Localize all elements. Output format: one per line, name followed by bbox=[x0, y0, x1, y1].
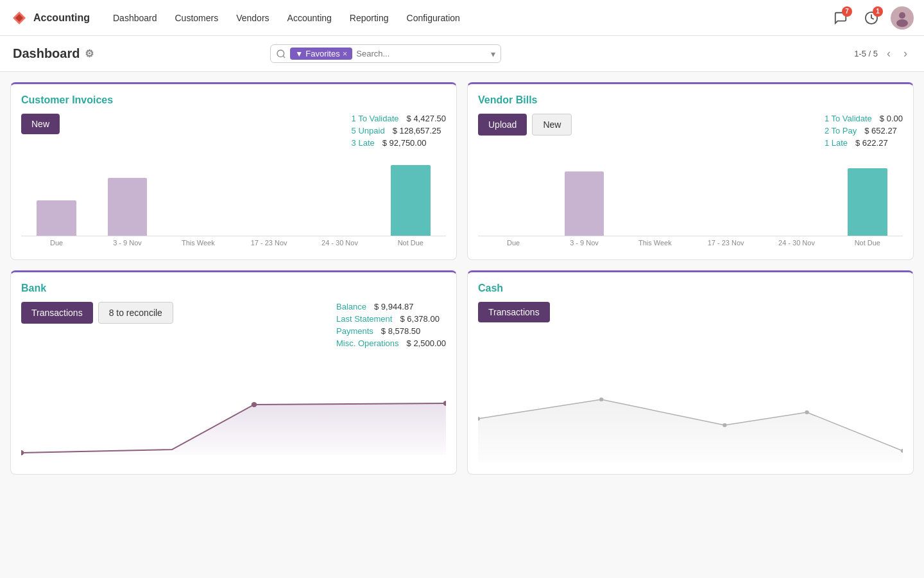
vendor-bills-upload-button[interactable]: Upload bbox=[478, 114, 527, 136]
search-dropdown-arrow[interactable]: ▾ bbox=[491, 49, 495, 59]
nav-accounting[interactable]: Accounting bbox=[280, 9, 339, 27]
page-title-text: Dashboard bbox=[13, 46, 80, 61]
bar-label-3-9: 3 - 9 Nov bbox=[92, 239, 162, 247]
bank-line-chart-svg bbox=[21, 353, 446, 456]
bank-misc-label[interactable]: Misc. Operations bbox=[336, 338, 399, 348]
vb-stat-row-validate: 1 To Validate $ 0.00 bbox=[825, 114, 903, 123]
nav-dashboard[interactable]: Dashboard bbox=[105, 9, 165, 27]
bar-label-17-23: 17 - 23 Nov bbox=[234, 239, 304, 247]
customer-invoices-stats: 1 To Validate $ 4,427.50 5 Unpaid $ 128,… bbox=[352, 114, 446, 148]
search-input[interactable] bbox=[356, 49, 433, 58]
app-name: Accounting bbox=[33, 12, 90, 24]
timer-button[interactable]: 1 bbox=[860, 6, 883, 30]
nav-customers[interactable]: Customers bbox=[167, 9, 227, 27]
bar-label-24-30: 24 - 30 Nov bbox=[304, 239, 375, 247]
svg-point-2 bbox=[896, 19, 908, 27]
stat-late-value: $ 92,750.00 bbox=[382, 138, 427, 148]
bank-stat-misc: Misc. Operations $ 2,500.00 bbox=[336, 338, 446, 348]
bar-labels-vendor: Due 3 - 9 Nov This Week 17 - 23 Nov 24 -… bbox=[478, 239, 903, 247]
messages-button[interactable]: 7 bbox=[829, 6, 852, 30]
bank-payments-value: $ 8,578.50 bbox=[381, 326, 420, 336]
bank-last-statement-label[interactable]: Last Statement bbox=[336, 314, 392, 324]
vb-bar-label-17-23: 17 - 23 Nov bbox=[690, 239, 761, 247]
bar-not-due bbox=[375, 165, 446, 236]
bar-3-9-nov bbox=[92, 178, 162, 236]
bank-card-title: Bank bbox=[21, 283, 446, 294]
vb-stat-validate-label[interactable]: 1 To Validate bbox=[825, 114, 872, 123]
vb-bar-label-3-9: 3 - 9 Nov bbox=[549, 239, 619, 247]
settings-gear-icon[interactable]: ⚙ bbox=[85, 48, 94, 60]
stat-row-unpaid: 5 Unpaid $ 128,657.25 bbox=[352, 126, 446, 136]
avatar-icon bbox=[893, 9, 911, 27]
nav-menu: Dashboard Customers Vendors Accounting R… bbox=[105, 9, 829, 27]
vendor-bills-chart: Due 3 - 9 Nov This Week 17 - 23 Nov 24 -… bbox=[478, 153, 903, 249]
bank-card-header: Transactions 8 to reconcile Balance $ 9,… bbox=[21, 302, 446, 348]
bar-label-this-week: This Week bbox=[163, 239, 234, 247]
vb-bar-not-due bbox=[832, 168, 903, 236]
bank-reconcile-button[interactable]: 8 to reconcile bbox=[98, 302, 173, 324]
vb-stat-row-late: 1 Late $ 622.27 bbox=[825, 138, 903, 148]
vb-stat-row-topay: 2 To Pay $ 652.27 bbox=[825, 126, 903, 136]
vb-bar-label-due: Due bbox=[478, 239, 549, 247]
filter-icon: ▼ bbox=[295, 49, 303, 58]
top-navigation: Accounting Dashboard Customers Vendors A… bbox=[0, 0, 924, 36]
bank-balance-value: $ 9,944.87 bbox=[374, 302, 413, 311]
messages-badge: 7 bbox=[842, 6, 852, 17]
stat-row-validate: 1 To Validate $ 4,427.50 bbox=[352, 114, 446, 123]
nav-reporting[interactable]: Reporting bbox=[342, 9, 397, 27]
bank-transactions-button[interactable]: Transactions bbox=[21, 302, 93, 324]
vb-stat-late-label[interactable]: 1 Late bbox=[825, 138, 848, 148]
stat-row-late: 3 Late $ 92,750.00 bbox=[352, 138, 446, 148]
bar-chart-invoices bbox=[21, 153, 446, 236]
nav-configuration[interactable]: Configuration bbox=[399, 9, 468, 27]
customer-invoices-card: Customer Invoices New 1 To Validate $ 4,… bbox=[10, 82, 457, 260]
subheader: Dashboard ⚙ ▼ Favorites × ▾ 1-5 / 5 ‹ › bbox=[0, 36, 924, 72]
vendor-bills-stats: 1 To Validate $ 0.00 2 To Pay $ 652.27 1… bbox=[825, 114, 903, 148]
bar-labels-invoices: Due 3 - 9 Nov This Week 17 - 23 Nov 24 -… bbox=[21, 239, 446, 247]
vendor-bills-card: Vendor Bills Upload New 1 To Validate $ … bbox=[467, 82, 914, 260]
cash-line-chart-svg bbox=[478, 361, 903, 464]
cash-transactions-button[interactable]: Transactions bbox=[478, 302, 550, 322]
bank-stats: Balance $ 9,944.87 Last Statement $ 6,37… bbox=[336, 302, 446, 348]
prev-page-button[interactable]: ‹ bbox=[883, 46, 894, 62]
vb-bar-label-not-due: Not Due bbox=[832, 239, 903, 247]
page-title: Dashboard ⚙ bbox=[13, 46, 94, 61]
cash-card-header: Transactions bbox=[478, 302, 903, 322]
vendor-bills-new-button[interactable]: New bbox=[532, 114, 572, 136]
customer-invoices-new-button[interactable]: New bbox=[21, 114, 60, 134]
svg-point-3 bbox=[277, 50, 284, 57]
logo-icon bbox=[10, 9, 28, 27]
pagination-text: 1-5 / 5 bbox=[854, 49, 878, 58]
bar-due bbox=[21, 200, 92, 236]
bank-card: Bank Transactions 8 to reconcile Balance… bbox=[10, 270, 457, 475]
bar-label-not-due: Not Due bbox=[375, 239, 446, 247]
vb-bar-label-this-week: This Week bbox=[620, 239, 690, 247]
bank-payments-label[interactable]: Payments bbox=[336, 326, 373, 336]
stat-late-label[interactable]: 3 Late bbox=[352, 138, 375, 148]
customer-invoices-title: Customer Invoices bbox=[21, 94, 446, 106]
stat-validate-label[interactable]: 1 To Validate bbox=[352, 114, 399, 123]
vb-stat-topay-value: $ 652.27 bbox=[864, 126, 897, 136]
bank-balance-label[interactable]: Balance bbox=[336, 302, 366, 311]
bar-label-due: Due bbox=[21, 239, 92, 247]
bank-stat-payments: Payments $ 8,578.50 bbox=[336, 326, 446, 336]
customer-invoices-chart: Due 3 - 9 Nov This Week 17 - 23 Nov 24 -… bbox=[21, 153, 446, 249]
vb-bar-label-24-30: 24 - 30 Nov bbox=[761, 239, 832, 247]
stat-unpaid-value: $ 128,657.25 bbox=[393, 126, 441, 136]
filter-remove-button[interactable]: × bbox=[343, 49, 348, 58]
vendor-bills-actions: Upload New bbox=[478, 114, 572, 136]
bank-card-actions: Transactions 8 to reconcile bbox=[21, 302, 173, 324]
vendor-bills-header: Upload New 1 To Validate $ 0.00 2 To Pay… bbox=[478, 114, 903, 148]
next-page-button[interactable]: › bbox=[900, 46, 911, 62]
favorites-filter-tag[interactable]: ▼ Favorites × bbox=[290, 48, 352, 60]
nav-vendors[interactable]: Vendors bbox=[228, 9, 277, 27]
vb-stat-late-value: $ 622.27 bbox=[855, 138, 888, 148]
stat-unpaid-label[interactable]: 5 Unpaid bbox=[352, 126, 385, 136]
app-logo[interactable]: Accounting bbox=[10, 9, 90, 27]
vendor-bills-title: Vendor Bills bbox=[478, 94, 903, 106]
user-avatar[interactable] bbox=[891, 6, 914, 30]
search-bar: ▼ Favorites × ▾ bbox=[270, 44, 501, 63]
cash-line-chart bbox=[478, 361, 903, 464]
bank-stat-last-statement: Last Statement $ 6,378.00 bbox=[336, 314, 446, 324]
vb-stat-topay-label[interactable]: 2 To Pay bbox=[825, 126, 857, 136]
